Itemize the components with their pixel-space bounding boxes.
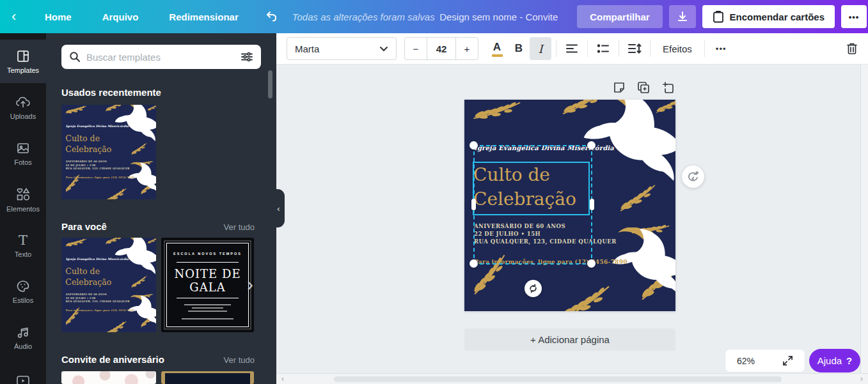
- bullet-list-icon: [597, 43, 610, 54]
- bold-button[interactable]: B: [508, 37, 530, 60]
- font-size-stepper: − 42 +: [404, 37, 478, 60]
- notes-icon: [613, 81, 626, 94]
- download-button[interactable]: [669, 5, 696, 28]
- photo-icon: [16, 141, 30, 155]
- order-cards-button[interactable]: Encomendar cartões: [702, 5, 835, 28]
- templates-icon: [16, 49, 30, 63]
- section-title-for-you: Para você: [61, 221, 107, 232]
- color-swatch: [492, 54, 503, 57]
- template-thumb-culto-2[interactable]: Igreja Evangélica Divina Misericórdia Cu…: [61, 238, 156, 332]
- search-input[interactable]: [86, 52, 235, 63]
- scroll-right-icon[interactable]: ›: [855, 374, 868, 383]
- document-title[interactable]: Design sem nome - Convite: [439, 12, 558, 22]
- elements-shapes-icon: [15, 187, 31, 202]
- font-size-increase[interactable]: +: [456, 38, 478, 59]
- gala-title-label: NOITE DE GALA: [161, 267, 254, 294]
- see-all-for-you[interactable]: Ver tudo: [224, 222, 255, 232]
- sidebar-item-estilos[interactable]: Estilos: [0, 270, 46, 313]
- section-title-recent: Usados recentemente: [61, 87, 161, 98]
- refresh-suggestions-button[interactable]: [682, 165, 704, 188]
- selection-handle-bottom-right[interactable]: [587, 259, 596, 268]
- font-family-select[interactable]: Marta: [287, 37, 397, 60]
- carousel-next-icon[interactable]: ›: [247, 275, 253, 294]
- effects-button[interactable]: Efeitos: [655, 43, 700, 54]
- selection-handle-top-right[interactable]: [587, 141, 596, 150]
- template-thumb-culto[interactable]: Igreja Evangélica Divina Misericórdia Cu…: [61, 105, 156, 199]
- page-notes-button[interactable]: [612, 80, 627, 95]
- text-toolbar: Marta − 42 + A B I Efeitos •••: [276, 33, 868, 65]
- topbar-more-button[interactable]: •••: [841, 5, 867, 28]
- sidebar-item-fotos[interactable]: Fotos: [0, 132, 46, 175]
- autosave-status: Todas as alterações foram salvas: [292, 12, 435, 22]
- selection-handle-left[interactable]: [471, 199, 476, 210]
- templates-panel: Usados recentemente Igreja Evangélica Di…: [46, 33, 276, 384]
- delete-button[interactable]: [846, 42, 858, 55]
- sidebar-rail: Templates Uploads Fotos Elementos T Text…: [0, 33, 46, 384]
- text-color-button[interactable]: A: [486, 37, 508, 60]
- design-page[interactable]: Igreja Evangélica Divina Misericórdia Cu…: [464, 100, 675, 311]
- horizontal-scrollbar-thumb[interactable]: [334, 376, 782, 382]
- menu-home[interactable]: Home: [45, 12, 72, 22]
- duplicate-page-button[interactable]: [636, 80, 651, 95]
- add-page-icon: [661, 81, 674, 94]
- canvas-workspace: Igreja Evangélica Divina Misericórdia Cu…: [276, 65, 860, 373]
- template-thumb-dark-gold[interactable]: [161, 371, 254, 384]
- toolbar-more-button[interactable]: •••: [709, 44, 733, 54]
- top-bar: ‹ Home Arquivo Redimensionar Todas as al…: [0, 0, 868, 33]
- bullet-list-button[interactable]: [592, 37, 614, 60]
- sidebar-item-uploads[interactable]: Uploads: [0, 86, 46, 129]
- sidebar-item-templates[interactable]: Templates: [0, 40, 46, 83]
- duplicate-icon: [637, 81, 650, 94]
- section-title-birthday: Convite de aniversário: [61, 354, 164, 365]
- download-icon: [677, 11, 688, 22]
- rotate-handle[interactable]: [525, 280, 542, 297]
- textbox-selection-outline[interactable]: [473, 162, 590, 215]
- line-spacing-button[interactable]: [624, 37, 645, 60]
- music-notes-icon: [16, 325, 30, 339]
- search-icon: [69, 51, 81, 63]
- sidebar-item-audio[interactable]: Áudio: [0, 316, 46, 359]
- font-size-decrease[interactable]: −: [405, 38, 427, 59]
- page-actions: [612, 80, 675, 95]
- sidebar-item-elementos[interactable]: Elementos: [0, 178, 46, 221]
- rotate-icon: [528, 284, 538, 293]
- font-size-value[interactable]: 42: [427, 38, 456, 59]
- zoom-level[interactable]: 62%: [737, 356, 755, 366]
- template-search[interactable]: [61, 45, 261, 69]
- align-button[interactable]: [561, 37, 583, 60]
- refresh-plus-icon: [687, 171, 699, 183]
- filter-sliders-icon: [241, 51, 253, 63]
- selection-handle-top-left[interactable]: [470, 141, 478, 150]
- scroll-left-icon[interactable]: ‹: [276, 374, 289, 383]
- sidebar-item-video[interactable]: [0, 362, 46, 384]
- back-chevron-icon[interactable]: ‹: [12, 10, 24, 23]
- italic-button[interactable]: I: [530, 37, 551, 60]
- undo-icon[interactable]: [264, 10, 278, 24]
- video-icon: [16, 375, 30, 384]
- add-page-icon-button[interactable]: [660, 80, 675, 95]
- help-button[interactable]: Ajuda ?: [809, 349, 860, 372]
- upload-cloud-icon: [15, 95, 31, 109]
- align-left-icon: [565, 43, 578, 54]
- trash-icon: [846, 42, 858, 55]
- gala-school-label: ESCOLA NOVOS TEMPOS: [161, 252, 254, 256]
- palette-icon: [16, 279, 30, 293]
- template-thumb-floral[interactable]: [61, 371, 156, 384]
- template-thumb-noite-de-gala[interactable]: ESCOLA NOVOS TEMPOS NOITE DE GALA: [161, 238, 254, 332]
- chevron-down-icon: [379, 46, 388, 52]
- selection-handle-right[interactable]: [590, 199, 594, 210]
- menu-redimensionar[interactable]: Redimensionar: [169, 12, 238, 22]
- see-all-birthday[interactable]: Ver tudo: [224, 355, 255, 365]
- zoom-control[interactable]: 62%: [725, 349, 805, 372]
- horizontal-scrollbar[interactable]: ‹ ›: [276, 373, 868, 384]
- text-icon: T: [19, 233, 28, 247]
- panel-scrollbar-thumb[interactable]: [268, 70, 272, 98]
- vertical-scrollbar[interactable]: [860, 65, 868, 373]
- add-page-button[interactable]: + Adicionar página: [464, 328, 675, 351]
- share-button[interactable]: Compartilhar: [577, 5, 662, 28]
- selection-handle-bottom-left[interactable]: [470, 259, 478, 268]
- sidebar-item-texto[interactable]: T Texto: [0, 224, 46, 267]
- menu-arquivo[interactable]: Arquivo: [102, 12, 139, 22]
- clipboard-icon: [713, 10, 724, 23]
- fullscreen-icon: [782, 355, 793, 366]
